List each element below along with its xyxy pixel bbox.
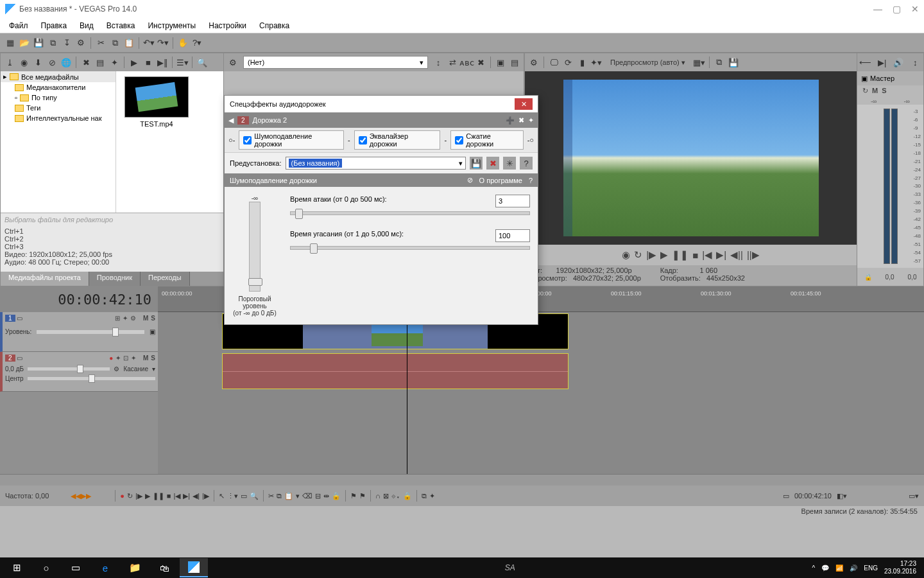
undo-icon[interactable]: ↶▾: [142, 37, 155, 49]
go-end-button[interactable]: ▶|: [183, 492, 190, 500]
audio-track-header[interactable]: 2 ▭ ●✦⊡✦ M S 0,0 дБ ⚙Касание ▾ Центр: [0, 352, 158, 392]
media-tree[interactable]: ▸Все медиафайлы Медианакопители ▫ По тип…: [1, 71, 116, 213]
clock[interactable]: 17:23 23.09.2016: [884, 560, 916, 575]
explorer-icon[interactable]: 📁: [121, 558, 149, 577]
close-button[interactable]: ✕: [911, 4, 919, 14]
volume-icon[interactable]: 🔊: [850, 565, 857, 572]
remove-icon[interactable]: ⊘: [46, 56, 58, 69]
dialog-titlebar[interactable]: Спецэффекты аудиодорожек ✕: [225, 96, 538, 112]
preset-help-icon[interactable]: ?: [520, 157, 533, 170]
tab-project-media[interactable]: Медиафайлы проекта: [1, 272, 89, 286]
maximize-button[interactable]: ▢: [893, 4, 901, 14]
system-tray[interactable]: ^ 💬 📶 🔊 ENG 17:23 23.09.2016: [812, 560, 921, 575]
fx-chip-compressor[interactable]: Сжатие дорожки: [450, 130, 524, 150]
compositing-icon[interactable]: ▣: [150, 328, 155, 335]
attack-input[interactable]: [495, 195, 530, 207]
preset-dropdown[interactable]: (Без названия) ▾: [286, 157, 466, 170]
copy-button[interactable]: ⧉: [277, 492, 282, 500]
region-button[interactable]: ⚑: [359, 492, 366, 500]
chain-add-icon[interactable]: ➕: [506, 116, 515, 125]
trimmer-btn2-icon[interactable]: ⇄: [446, 56, 459, 69]
play-start-button[interactable]: |▶: [135, 492, 142, 500]
edge-icon[interactable]: e: [91, 558, 119, 577]
pause-button[interactable]: ❚❚: [672, 249, 689, 261]
import-icon[interactable]: ⤓: [3, 56, 16, 69]
timeline-timecode[interactable]: 00:00:42:10: [0, 286, 158, 312]
cut-button[interactable]: ✂: [268, 492, 274, 500]
output-icon[interactable]: ↻: [862, 87, 868, 97]
snap-button[interactable]: ∩: [375, 492, 381, 500]
redo-icon[interactable]: ↷▾: [157, 37, 169, 49]
trimmer-btn3-icon[interactable]: ✖: [474, 56, 487, 69]
solo-button[interactable]: S: [151, 355, 155, 362]
video-scopes-icon[interactable]: ▮: [576, 56, 588, 69]
trimmer-abc-icon[interactable]: ᴀʙᴄ: [460, 56, 473, 69]
pan-slider[interactable]: [28, 377, 155, 380]
media-fx-icon[interactable]: ✦: [108, 56, 121, 69]
preview-quality-dropdown[interactable]: Предпросмотр (авто) ▾: [606, 57, 689, 68]
back-icon[interactable]: ◀: [228, 116, 234, 125]
record-button[interactable]: ◉: [622, 249, 630, 261]
cut-icon[interactable]: ✂: [94, 37, 107, 49]
capture-icon[interactable]: ◉: [17, 56, 30, 69]
minimize-button[interactable]: —: [873, 4, 882, 14]
volume-slider[interactable]: [28, 367, 110, 371]
overlays-icon[interactable]: ▦▾: [693, 56, 706, 69]
next-frame-button[interactable]: |▶: [202, 492, 209, 500]
language-indicator[interactable]: ENG: [864, 565, 878, 572]
autocross-button[interactable]: ⊠: [383, 492, 389, 500]
tree-item[interactable]: ▫ По типу: [1, 92, 116, 103]
new-icon[interactable]: ▦: [4, 37, 17, 49]
menu-file[interactable]: Файл: [3, 19, 35, 32]
start-button[interactable]: ⊞: [3, 558, 31, 577]
loop-button[interactable]: ↻: [127, 492, 133, 500]
action-center-icon[interactable]: 💬: [821, 565, 829, 572]
paste-icon[interactable]: 📋: [123, 37, 135, 49]
render-icon[interactable]: ↧: [60, 37, 73, 49]
marker-button[interactable]: ⚑: [350, 492, 357, 500]
play-from-start-button[interactable]: |▶: [646, 249, 656, 261]
trimmer-clip-dropdown[interactable]: (Нет)▾: [243, 56, 428, 69]
loop-button[interactable]: ↻: [634, 249, 642, 261]
stop-button[interactable]: ■: [692, 250, 698, 261]
web-icon[interactable]: 🌐: [60, 56, 73, 69]
prev-frame-button[interactable]: ◀||: [730, 249, 743, 261]
preset-delete-icon[interactable]: ✖: [486, 157, 499, 170]
open-icon[interactable]: 📂: [18, 37, 31, 49]
go-start-button[interactable]: |◀: [173, 492, 180, 500]
preset-settings-icon[interactable]: ✳: [503, 157, 516, 170]
track-fx-icon[interactable]: ✦: [123, 315, 128, 322]
lock-icon[interactable]: 🔒: [864, 274, 872, 281]
split-button[interactable]: ⇹: [323, 492, 329, 500]
dialog-close-button[interactable]: ✕: [515, 98, 533, 110]
delete-button[interactable]: ⌫: [302, 492, 312, 500]
remove-media-icon[interactable]: ✖: [80, 56, 92, 69]
bypass-icon[interactable]: ⊘: [467, 176, 473, 184]
chain-saveplugin-icon[interactable]: ✦: [528, 116, 534, 125]
saveall-icon[interactable]: ⧉: [46, 37, 59, 49]
trimmer-btn1-icon[interactable]: ↕: [432, 56, 445, 69]
tree-root[interactable]: ▸Все медиафайлы: [1, 71, 116, 82]
copy-snapshot-icon[interactable]: ⧉: [713, 56, 726, 69]
menu-insert[interactable]: Вставка: [100, 19, 142, 32]
fx-enable-checkbox[interactable]: [359, 136, 367, 144]
lock-button[interactable]: 🔒: [332, 492, 341, 500]
video-track-header[interactable]: 1 ▭ ⊞✦⚙ M S Уровень: ▣: [0, 312, 158, 352]
autopreview-icon[interactable]: ▶‖: [156, 56, 169, 69]
next-frame-button[interactable]: ||▶: [747, 249, 760, 261]
automation-icon[interactable]: ✦: [131, 355, 136, 362]
paste-button[interactable]: 📋: [284, 492, 293, 500]
fx-enable-checkbox[interactable]: [455, 136, 463, 144]
opts-button[interactable]: ▾: [296, 492, 300, 500]
preview-fx-icon[interactable]: ✦▾: [590, 56, 603, 69]
record-arm-icon[interactable]: ●: [109, 355, 113, 362]
touch-mode[interactable]: Касание: [123, 365, 148, 372]
getmedia-icon[interactable]: ⬇: [31, 56, 44, 69]
sel-mode-icon[interactable]: ▭▾: [909, 492, 919, 500]
level-slider[interactable]: [37, 330, 144, 334]
stop-icon[interactable]: ■: [142, 56, 155, 69]
lock-env-button[interactable]: 🔒: [403, 492, 412, 500]
mixer-btn1-icon[interactable]: ⟵: [859, 56, 872, 69]
track-motion-icon[interactable]: ⊞: [115, 315, 120, 322]
gear-icon[interactable]: ⚙: [114, 365, 119, 372]
